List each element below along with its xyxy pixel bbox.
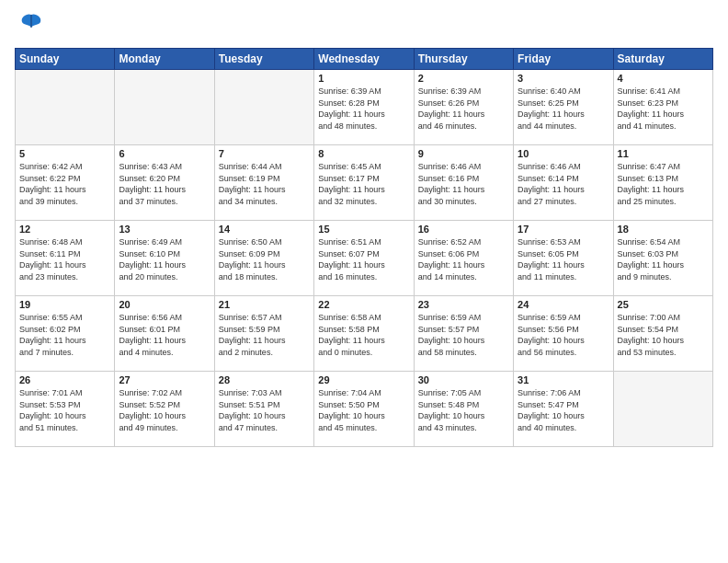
day-number: 24	[518, 299, 609, 310]
day-info: Sunrise: 6:39 AM Sunset: 6:26 PM Dayligh…	[418, 86, 509, 132]
calendar-cell: 16Sunrise: 6:52 AM Sunset: 6:06 PM Dayli…	[414, 221, 513, 296]
calendar-cell: 11Sunrise: 6:47 AM Sunset: 6:13 PM Dayli…	[613, 145, 712, 221]
header	[15, 11, 713, 40]
day-info: Sunrise: 6:42 AM Sunset: 6:22 PM Dayligh…	[19, 161, 110, 207]
calendar-cell: 18Sunrise: 6:54 AM Sunset: 6:03 PM Dayli…	[613, 221, 712, 296]
calendar-cell	[115, 70, 214, 145]
day-info: Sunrise: 6:54 AM Sunset: 6:03 PM Dayligh…	[618, 236, 709, 282]
day-info: Sunrise: 6:46 AM Sunset: 6:16 PM Dayligh…	[418, 161, 509, 207]
calendar-day-header: Tuesday	[214, 49, 313, 70]
day-info: Sunrise: 6:51 AM Sunset: 6:07 PM Dayligh…	[318, 236, 409, 282]
day-number: 7	[219, 148, 310, 159]
day-info: Sunrise: 6:49 AM Sunset: 6:10 PM Dayligh…	[119, 236, 210, 282]
calendar-cell: 14Sunrise: 6:50 AM Sunset: 6:09 PM Dayli…	[214, 221, 313, 296]
day-info: Sunrise: 6:56 AM Sunset: 6:01 PM Dayligh…	[119, 312, 210, 358]
day-info: Sunrise: 7:02 AM Sunset: 5:52 PM Dayligh…	[119, 387, 210, 433]
calendar-day-header: Monday	[115, 49, 214, 70]
calendar-cell	[613, 372, 712, 447]
day-info: Sunrise: 6:47 AM Sunset: 6:13 PM Dayligh…	[618, 161, 709, 207]
day-number: 26	[19, 374, 110, 385]
day-number: 18	[618, 224, 709, 235]
calendar-cell: 12Sunrise: 6:48 AM Sunset: 6:11 PM Dayli…	[16, 221, 115, 296]
day-number: 30	[418, 374, 509, 385]
day-number: 31	[518, 374, 609, 385]
calendar-cell: 24Sunrise: 6:59 AM Sunset: 5:56 PM Dayli…	[514, 296, 613, 372]
calendar-cell: 19Sunrise: 6:55 AM Sunset: 6:02 PM Dayli…	[16, 296, 115, 372]
day-number: 4	[618, 73, 709, 84]
day-info: Sunrise: 6:57 AM Sunset: 5:59 PM Dayligh…	[219, 312, 310, 358]
calendar-cell: 30Sunrise: 7:05 AM Sunset: 5:48 PM Dayli…	[414, 372, 513, 447]
day-info: Sunrise: 7:01 AM Sunset: 5:53 PM Dayligh…	[19, 387, 110, 433]
calendar-cell	[16, 70, 115, 145]
calendar-cell: 6Sunrise: 6:43 AM Sunset: 6:20 PM Daylig…	[115, 145, 214, 221]
logo	[15, 11, 44, 40]
calendar-cell: 27Sunrise: 7:02 AM Sunset: 5:52 PM Dayli…	[115, 372, 214, 447]
calendar-cell: 10Sunrise: 6:46 AM Sunset: 6:14 PM Dayli…	[514, 145, 613, 221]
day-info: Sunrise: 6:45 AM Sunset: 6:17 PM Dayligh…	[318, 161, 409, 207]
day-number: 10	[518, 148, 609, 159]
calendar-cell: 4Sunrise: 6:41 AM Sunset: 6:23 PM Daylig…	[613, 70, 712, 145]
calendar-day-header: Wednesday	[314, 49, 414, 70]
day-info: Sunrise: 6:58 AM Sunset: 5:58 PM Dayligh…	[318, 312, 409, 358]
day-info: Sunrise: 6:44 AM Sunset: 6:19 PM Dayligh…	[219, 161, 310, 207]
day-number: 14	[219, 224, 310, 235]
calendar-cell: 7Sunrise: 6:44 AM Sunset: 6:19 PM Daylig…	[214, 145, 313, 221]
calendar-cell: 21Sunrise: 6:57 AM Sunset: 5:59 PM Dayli…	[214, 296, 313, 372]
calendar-cell: 20Sunrise: 6:56 AM Sunset: 6:01 PM Dayli…	[115, 296, 214, 372]
page: SundayMondayTuesdayWednesdayThursdayFrid…	[0, 0, 728, 563]
day-number: 23	[418, 299, 509, 310]
day-info: Sunrise: 7:03 AM Sunset: 5:51 PM Dayligh…	[219, 387, 310, 433]
calendar-cell: 23Sunrise: 6:59 AM Sunset: 5:57 PM Dayli…	[414, 296, 513, 372]
day-number: 6	[119, 148, 210, 159]
calendar-day-header: Thursday	[414, 49, 513, 70]
day-number: 9	[418, 148, 509, 159]
day-number: 21	[219, 299, 310, 310]
day-info: Sunrise: 6:43 AM Sunset: 6:20 PM Dayligh…	[119, 161, 210, 207]
day-info: Sunrise: 7:04 AM Sunset: 5:50 PM Dayligh…	[318, 387, 409, 433]
calendar-week-row: 26Sunrise: 7:01 AM Sunset: 5:53 PM Dayli…	[16, 372, 713, 447]
day-number: 19	[19, 299, 110, 310]
day-number: 17	[518, 224, 609, 235]
day-info: Sunrise: 7:00 AM Sunset: 5:54 PM Dayligh…	[618, 312, 709, 358]
calendar-cell: 17Sunrise: 6:53 AM Sunset: 6:05 PM Dayli…	[514, 221, 613, 296]
calendar-cell: 28Sunrise: 7:03 AM Sunset: 5:51 PM Dayli…	[214, 372, 313, 447]
day-info: Sunrise: 6:48 AM Sunset: 6:11 PM Dayligh…	[19, 236, 110, 282]
calendar-day-header: Friday	[514, 49, 613, 70]
day-number: 8	[318, 148, 409, 159]
calendar-cell: 3Sunrise: 6:40 AM Sunset: 6:25 PM Daylig…	[514, 70, 613, 145]
day-info: Sunrise: 6:55 AM Sunset: 6:02 PM Dayligh…	[19, 312, 110, 358]
calendar-cell: 2Sunrise: 6:39 AM Sunset: 6:26 PM Daylig…	[414, 70, 513, 145]
calendar-cell: 31Sunrise: 7:06 AM Sunset: 5:47 PM Dayli…	[514, 372, 613, 447]
day-info: Sunrise: 6:46 AM Sunset: 6:14 PM Dayligh…	[518, 161, 609, 207]
calendar-day-header: Saturday	[613, 49, 712, 70]
calendar-cell: 5Sunrise: 6:42 AM Sunset: 6:22 PM Daylig…	[16, 145, 115, 221]
day-info: Sunrise: 6:53 AM Sunset: 6:05 PM Dayligh…	[518, 236, 609, 282]
day-info: Sunrise: 6:59 AM Sunset: 5:56 PM Dayligh…	[518, 312, 609, 358]
calendar-cell: 29Sunrise: 7:04 AM Sunset: 5:50 PM Dayli…	[314, 372, 414, 447]
calendar-cell: 26Sunrise: 7:01 AM Sunset: 5:53 PM Dayli…	[16, 372, 115, 447]
day-info: Sunrise: 7:05 AM Sunset: 5:48 PM Dayligh…	[418, 387, 509, 433]
day-number: 2	[418, 73, 509, 84]
day-number: 25	[618, 299, 709, 310]
calendar-cell: 8Sunrise: 6:45 AM Sunset: 6:17 PM Daylig…	[314, 145, 414, 221]
day-number: 11	[618, 148, 709, 159]
day-number: 20	[119, 299, 210, 310]
logo-bird-icon	[18, 11, 44, 40]
day-number: 13	[119, 224, 210, 235]
day-number: 29	[318, 374, 409, 385]
day-info: Sunrise: 6:50 AM Sunset: 6:09 PM Dayligh…	[219, 236, 310, 282]
day-info: Sunrise: 6:40 AM Sunset: 6:25 PM Dayligh…	[518, 86, 609, 132]
day-number: 12	[19, 224, 110, 235]
day-number: 3	[518, 73, 609, 84]
calendar-table: SundayMondayTuesdayWednesdayThursdayFrid…	[15, 48, 713, 447]
day-number: 1	[318, 73, 409, 84]
day-number: 16	[418, 224, 509, 235]
day-info: Sunrise: 7:06 AM Sunset: 5:47 PM Dayligh…	[518, 387, 609, 433]
calendar-week-row: 5Sunrise: 6:42 AM Sunset: 6:22 PM Daylig…	[16, 145, 713, 221]
day-number: 5	[19, 148, 110, 159]
calendar-week-row: 12Sunrise: 6:48 AM Sunset: 6:11 PM Dayli…	[16, 221, 713, 296]
calendar-cell	[214, 70, 313, 145]
calendar-cell: 9Sunrise: 6:46 AM Sunset: 6:16 PM Daylig…	[414, 145, 513, 221]
calendar-cell: 15Sunrise: 6:51 AM Sunset: 6:07 PM Dayli…	[314, 221, 414, 296]
day-number: 22	[318, 299, 409, 310]
